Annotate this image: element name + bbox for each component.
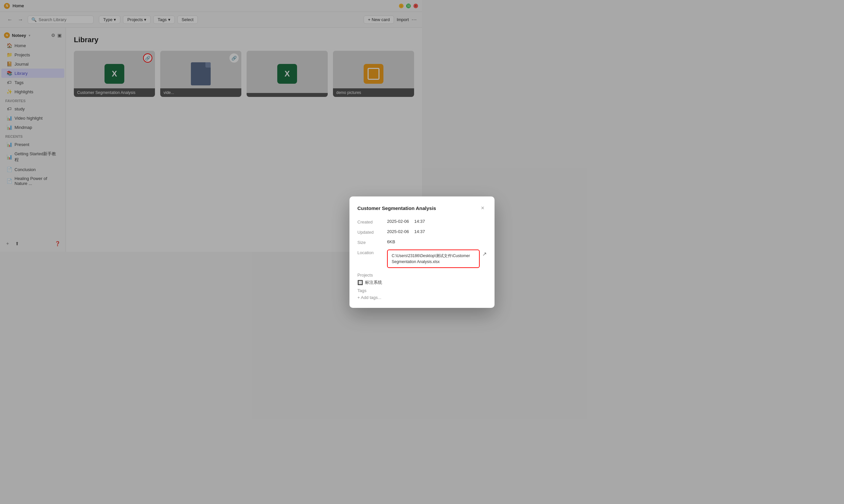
created-value: 2025-02-06 14:37 — [387, 219, 422, 224]
location-container: C:\Users\23186\Desktop\测试文件\Customer Seg… — [387, 250, 422, 252]
updated-label: Updated — [357, 229, 387, 235]
modal-size-row: Size 6KB — [357, 239, 422, 245]
size-value: 6KB — [387, 239, 422, 244]
updated-value: 2025-02-06 14:37 — [387, 229, 422, 234]
modal-created-row: Created 2025-02-06 14:37 — [357, 219, 422, 224]
modal-header: Customer Segmentation Analysis × — [357, 204, 422, 212]
modal-title: Customer Segmentation Analysis — [357, 205, 422, 211]
updated-time: 14:37 — [414, 229, 422, 234]
updated-date: 2025-02-06 — [387, 229, 409, 234]
modal-overlay[interactable]: Customer Segmentation Analysis × Created… — [0, 0, 422, 252]
location-box: C:\Users\23186\Desktop\测试文件\Customer Seg… — [387, 250, 422, 252]
created-label: Created — [357, 219, 387, 224]
location-label: Location — [357, 250, 387, 252]
size-label: Size — [357, 239, 387, 245]
created-time: 14:37 — [414, 219, 422, 224]
modal-updated-row: Updated 2025-02-06 14:37 — [357, 229, 422, 235]
modal: Customer Segmentation Analysis × Created… — [349, 196, 422, 252]
modal-location-row: Location C:\Users\23186\Desktop\测试文件\Cus… — [357, 250, 422, 252]
created-date: 2025-02-06 — [387, 219, 409, 224]
